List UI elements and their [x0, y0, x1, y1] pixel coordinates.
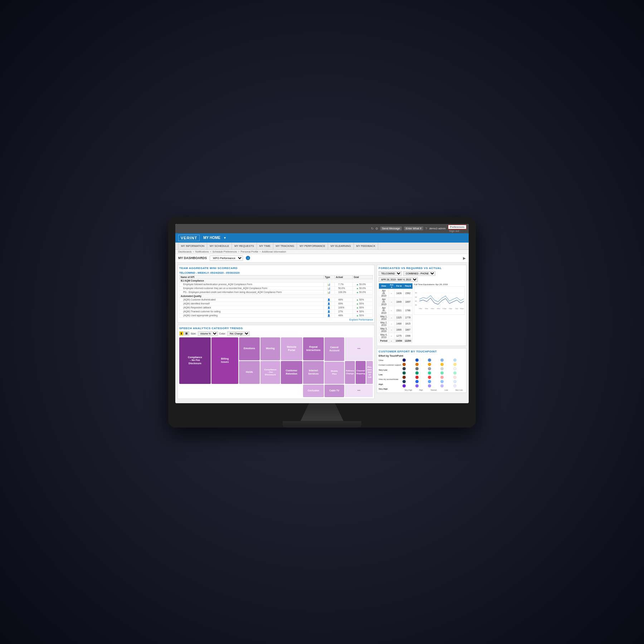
telco-select[interactable]: TELCOMIND: [379, 271, 402, 276]
help-icon[interactable]: ?: [425, 227, 427, 230]
send-message-button[interactable]: Send Message: [380, 226, 402, 230]
fc-col-act[interactable]: Act ▾: [389, 283, 395, 289]
kpi-name: Employee informed customer they are on a…: [180, 286, 324, 290]
app: ↻ ⚙ Send Message Enter What If ? demo2-a…: [175, 224, 469, 403]
refresh-icon[interactable]: ↻: [371, 227, 374, 230]
nav-my-requests[interactable]: MY REQUESTS: [232, 243, 257, 249]
breadcrumb-notifications[interactable]: Notifications: [195, 250, 209, 253]
col-kpi[interactable]: Name of KPI: [180, 275, 324, 279]
tm-channel-hopping[interactable]: ChannelHopping: [356, 361, 366, 384]
fc-for: 1275: [394, 333, 403, 339]
my-home-label[interactable]: MY HOME: [203, 236, 220, 240]
sa-toggle-grid[interactable]: ▦: [184, 331, 189, 336]
dot: [402, 367, 406, 370]
fc-act: -: [389, 333, 395, 339]
col-goal[interactable]: Goal: [352, 275, 373, 279]
size-select[interactable]: Volume %: [198, 331, 218, 336]
svg-text:154: 154: [415, 296, 417, 298]
table-row: IEJ AQM Compliance: [180, 279, 373, 282]
effort-chart: Other Contact customer support Very Low …: [379, 358, 465, 391]
tm-customer-retention[interactable]: CustomerRetention: [281, 361, 302, 384]
col-type[interactable]: Type: [323, 275, 335, 279]
col-actual[interactable]: Actual: [335, 275, 352, 279]
nav-my-elearning[interactable]: MY ELEARNING: [328, 243, 354, 249]
date-range-select[interactable]: APR 28, 2019 - MAY 4, 2019: [379, 277, 418, 282]
dot: [440, 384, 444, 387]
nav-my-information[interactable]: MY INFORMATION: [178, 243, 207, 249]
combined-select[interactable]: COMBINED - PHONE: [403, 271, 435, 276]
dropdown-arrow[interactable]: ▾: [224, 236, 226, 240]
scorecard-period: TELCOMIND - WEEKLY: 05/24/2020 - 05/30/2…: [179, 271, 373, 274]
tm-billing-issues[interactable]: BillingIssues: [211, 337, 238, 384]
tm-dots-top[interactable]: ···: [345, 337, 373, 360]
forecast-table: Date Act ▾ For ■ Req ■ Apr 28, 2: [379, 283, 413, 343]
breadcrumb-dashboards[interactable]: Dashboards: [178, 250, 192, 253]
sa-toggle-bar[interactable]: ▮: [179, 331, 184, 336]
tm-cable-tv[interactable]: Cable TV: [325, 385, 344, 397]
effort-x-labels: Very High High Neutral Low Very Low: [402, 389, 465, 391]
fc-for: 1521: [394, 306, 403, 314]
dot: [428, 367, 431, 370]
dot: [428, 358, 431, 362]
tm-website-portal[interactable]: WebsitePortal: [281, 337, 302, 360]
dot: [428, 380, 431, 383]
kpi-name: (AQM) Customer Authenticated: [180, 298, 324, 302]
nav-my-schedule[interactable]: MY SCHEDULE: [207, 243, 232, 249]
tm-cancel-account[interactable]: CancelAccount: [325, 337, 344, 361]
category-label: Automated Quality: [180, 294, 373, 298]
x-label-high: High: [415, 389, 427, 391]
tm-moving[interactable]: Moving: [260, 337, 280, 360]
tm-pos-sent[interactable]: Pos.sent.end ofcall: [366, 361, 373, 384]
tm-compliance-no-fee[interactable]: Compliance- No FeeDisclosure: [179, 337, 211, 384]
signout-button[interactable]: Sign out: [448, 229, 467, 233]
label-very-high: Very High: [379, 388, 401, 390]
tm-repeat-interactions[interactable]: Repeat Interactions: [303, 337, 324, 360]
preferences-button[interactable]: Preferences: [448, 225, 467, 229]
color-select[interactable]: Rel. Change: [227, 331, 250, 336]
tm-internet-services[interactable]: InternetServices: [303, 361, 324, 384]
table-row: May 4, 2019 - 1275 1566: [379, 333, 413, 339]
tm-mobile-plan[interactable]: MobilePlan: [325, 362, 344, 384]
breadcrumb-schedule-prefs[interactable]: Schedule Preferences: [213, 250, 237, 253]
enter-what-if-button[interactable]: Enter What If: [404, 226, 423, 230]
dashboards-select[interactable]: WFO Performance: [210, 255, 243, 261]
tm-compliance-fee[interactable]: Compliance- FeeDisclosure: [260, 361, 280, 384]
kpi-actual: 100.0%: [335, 290, 352, 294]
customer-effort-panel: CUSTOMER EFFORT BY TOUCHPOINT Effort by …: [377, 348, 467, 393]
breadcrumb-additional-info[interactable]: Additional Information: [262, 250, 286, 253]
collapse-panel-button[interactable]: ▶: [463, 256, 466, 260]
fc-col-for[interactable]: For ■: [394, 283, 403, 289]
effort-subtitle: Effort by TouchPoint: [379, 355, 465, 357]
dot: [440, 363, 444, 366]
tm-col8: ··· AddressChange ChannelHopping Pos.sen…: [345, 337, 373, 384]
nav-my-tracking[interactable]: MY TRACKING: [273, 243, 297, 249]
settings-icon[interactable]: ⚙: [375, 227, 378, 230]
nav-my-time[interactable]: MY TIME: [257, 243, 273, 249]
tm-col7: CancelAccount MobilePlan: [325, 337, 344, 384]
nav-my-performance[interactable]: MY PERFORMANCE: [297, 243, 328, 249]
breadcrumb-sep-2: »: [210, 250, 211, 253]
tm-address-change[interactable]: AddressChange: [345, 361, 355, 384]
tm-confusion[interactable]: Confusion: [303, 385, 324, 397]
kpi-goal: ▲ 50%: [352, 298, 373, 302]
dot: [428, 363, 431, 366]
tm-emotions[interactable]: Emotions: [239, 337, 260, 360]
forecasted-panel: FORECASTED VS REQUIRED VS ACTUAL TELCOMI…: [377, 265, 467, 346]
kpi-name: (AQM) Thanked customer for calling: [180, 309, 324, 313]
explore-performance-link[interactable]: Explore Performance: [179, 318, 373, 321]
tm-dots-bottom[interactable]: ···: [345, 385, 373, 397]
fc-period-act: -: [389, 339, 395, 342]
logo: VERINT: [178, 235, 200, 241]
fc-col-date[interactable]: Date: [379, 283, 389, 289]
info-icon[interactable]: i: [246, 256, 250, 260]
fc-col-req[interactable]: Req ■: [403, 283, 412, 289]
nav-my-feedback[interactable]: MY FEEDBACK: [354, 243, 379, 249]
breadcrumb-personal-profile[interactable]: Personal Profile: [241, 250, 258, 253]
dot: [402, 371, 406, 375]
chart-area: 156 154 152 150: [414, 286, 465, 315]
x-label-very-low: Very Low: [453, 389, 465, 391]
category-label: IEJ AQM Compliance: [180, 279, 373, 282]
fc-for: 1325: [394, 314, 403, 321]
fc-req: 1867: [403, 327, 412, 333]
tm-holds[interactable]: Holds: [239, 361, 260, 384]
